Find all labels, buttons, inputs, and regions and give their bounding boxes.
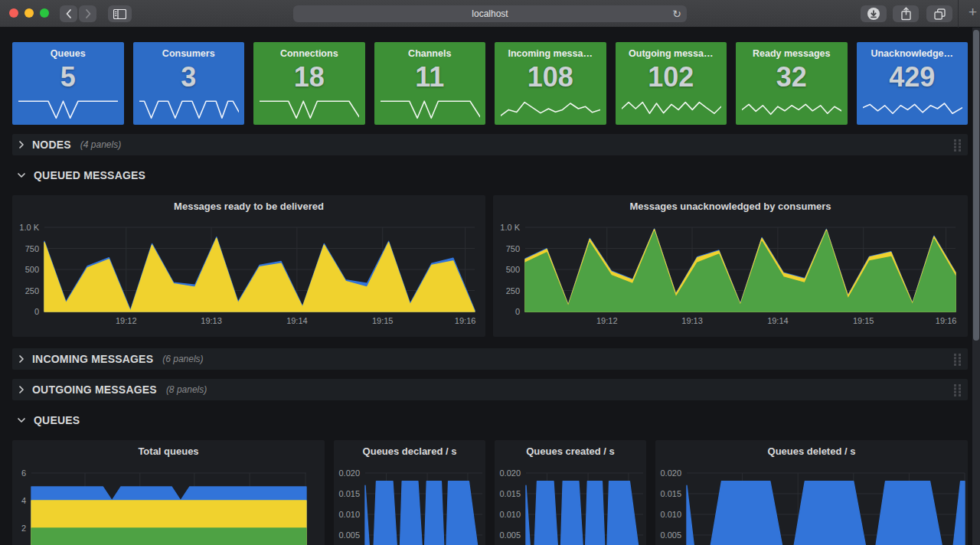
tab-overview-button[interactable] [926, 5, 952, 22]
row-incoming-messages[interactable]: INCOMING MESSAGES (6 panels) [12, 348, 968, 370]
svg-text:0.015: 0.015 [499, 489, 521, 498]
svg-text:19:13: 19:13 [681, 316, 703, 325]
svg-text:4: 4 [21, 496, 26, 505]
svg-text:19:14: 19:14 [767, 316, 789, 325]
toolbar-divider [958, 0, 959, 28]
svg-text:0.020: 0.020 [660, 468, 681, 478]
panel-queues-deleted[interactable]: Queues deleted / s 0.0200.0150.0100.005 [655, 440, 968, 545]
row-queues[interactable]: QUEUES [12, 410, 968, 431]
svg-text:500: 500 [506, 265, 520, 274]
stat-title: Incoming messa… [495, 48, 606, 59]
chevron-right-icon [18, 385, 24, 394]
panel-messages-unacknowledged[interactable]: Messages unacknowledged by consumers 1.0… [493, 195, 968, 337]
sparkline [381, 96, 480, 122]
row-drag-handle[interactable] [953, 139, 962, 152]
zoom-window-button[interactable] [40, 8, 49, 18]
chart-canvas: 642 [12, 440, 325, 545]
stat-title: Channels [374, 48, 486, 59]
row-outgoing-messages[interactable]: OUTGOING MESSAGES (8 panels) [12, 379, 968, 400]
downloads-button[interactable] [861, 5, 887, 22]
stat-card-unacknowledged[interactable]: Unacknowledge… 429 [857, 42, 969, 125]
svg-text:19:15: 19:15 [372, 316, 394, 325]
panel-queues-declared[interactable]: Queues declared / s 0.0200.0150.0100.005 [334, 440, 485, 545]
sidebar-icon [113, 9, 126, 19]
stat-value: 108 [495, 62, 606, 93]
svg-text:0.010: 0.010 [338, 510, 360, 519]
minimize-window-button[interactable] [24, 8, 34, 18]
chart-canvas: 1.0 K750500250019:1219:1319:1419:1519:16 [12, 195, 485, 337]
chart-canvas: 0.0200.0150.0100.005 [334, 440, 485, 545]
sparkline [139, 96, 239, 122]
svg-text:250: 250 [506, 286, 520, 295]
url-text: localhost [472, 8, 508, 19]
panel-messages-ready[interactable]: Messages ready to be delivered 1.0 K7505… [12, 195, 485, 337]
browser-toolbar: localhost ↻ + [0, 0, 980, 28]
stat-card-incoming-messages[interactable]: Incoming messa… 108 [495, 42, 606, 125]
stat-card-ready-messages[interactable]: Ready messages 32 [736, 42, 848, 125]
stat-title: Queues [12, 48, 124, 59]
stat-card-outgoing-messages[interactable]: Outgoing messa… 102 [616, 42, 727, 125]
stat-value: 32 [736, 62, 848, 93]
svg-text:0.005: 0.005 [499, 530, 521, 540]
svg-text:19:12: 19:12 [596, 316, 618, 325]
close-window-button[interactable] [9, 8, 18, 18]
sidebar-toggle-button[interactable] [108, 5, 132, 22]
stat-cards-row: Queues 5 Consumers 3 Connections 18 Chan… [12, 42, 968, 125]
drag-handle-icon [953, 383, 962, 397]
sparkline [18, 96, 118, 122]
chevron-left-icon [65, 8, 73, 19]
svg-text:0.020: 0.020 [338, 468, 360, 478]
scrollbar-track[interactable] [972, 28, 980, 545]
svg-text:19:15: 19:15 [853, 316, 874, 325]
svg-text:0.015: 0.015 [660, 489, 681, 498]
stat-card-queues[interactable]: Queues 5 [12, 42, 124, 125]
share-button[interactable] [893, 5, 919, 22]
download-icon [867, 7, 880, 21]
stat-title: Connections [253, 48, 365, 59]
scrollbar-thumb[interactable] [973, 30, 979, 341]
stat-value: 102 [616, 62, 727, 93]
svg-text:19:14: 19:14 [286, 316, 308, 325]
chart-canvas: 0.0200.0150.0100.005 [655, 440, 968, 545]
row-queued-messages[interactable]: QUEUED MESSAGES [12, 165, 968, 186]
address-bar[interactable]: localhost ↻ [293, 5, 687, 22]
svg-text:0: 0 [515, 307, 520, 316]
svg-text:250: 250 [25, 286, 39, 295]
svg-text:19:12: 19:12 [116, 316, 137, 325]
svg-text:1.0 K: 1.0 K [19, 223, 39, 232]
back-button[interactable] [60, 5, 77, 22]
chevron-down-icon [17, 172, 26, 178]
sparkline [622, 96, 721, 122]
sparkline [260, 96, 359, 122]
grafana-dashboard: Queues 5 Consumers 3 Connections 18 Chan… [0, 28, 972, 545]
stat-card-consumers[interactable]: Consumers 3 [133, 42, 245, 125]
row-title: QUEUES [34, 414, 80, 426]
stat-title: Ready messages [736, 48, 848, 59]
new-tab-button[interactable]: + [969, 4, 977, 21]
stat-card-connections[interactable]: Connections 18 [253, 42, 365, 125]
row-drag-handle[interactable] [953, 353, 962, 366]
svg-text:750: 750 [25, 244, 39, 253]
panel-queues-created[interactable]: Queues created / s 0.0200.0150.0100.005 [495, 440, 646, 545]
row-nodes[interactable]: NODES (4 panels) [12, 134, 968, 155]
browser-window: localhost ↻ + [0, 0, 980, 545]
svg-text:19:13: 19:13 [201, 316, 222, 325]
svg-text:2: 2 [21, 524, 26, 533]
svg-text:0: 0 [34, 307, 39, 316]
stat-card-channels[interactable]: Channels 11 [374, 42, 486, 125]
chevron-right-icon [84, 8, 92, 19]
row-panel-count: (6 panels) [162, 354, 203, 364]
reload-icon[interactable]: ↻ [672, 6, 681, 21]
sparkline [501, 96, 600, 122]
stat-value: 11 [374, 62, 486, 93]
stat-value: 429 [857, 62, 969, 93]
drag-handle-icon [953, 353, 962, 366]
drag-handle-icon [953, 139, 962, 152]
row-panel-count: (8 panels) [166, 384, 207, 395]
forward-button[interactable] [79, 5, 96, 22]
svg-text:19:16: 19:16 [936, 316, 957, 325]
row-drag-handle[interactable] [953, 383, 962, 397]
row-title: QUEUED MESSAGES [34, 169, 145, 181]
panel-total-queues[interactable]: Total queues 642 [12, 440, 325, 545]
chart-canvas: 1.0 K750500250019:1219:1319:1419:1519:16 [493, 195, 968, 337]
